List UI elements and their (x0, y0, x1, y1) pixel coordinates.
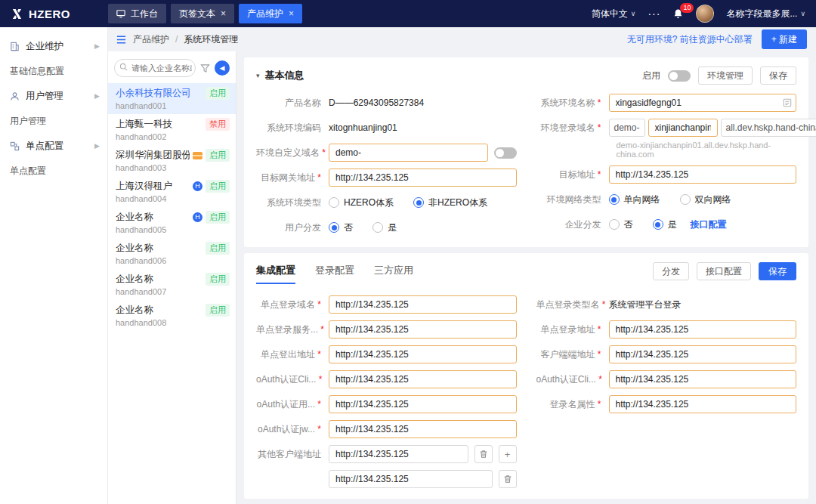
radio-two-way-network[interactable]: 双向网络 (680, 193, 731, 206)
radio-label: 是 (668, 218, 677, 231)
save-button[interactable]: 保存 (760, 66, 796, 85)
tab-third-party-apps[interactable]: 三方应用 (374, 264, 413, 284)
login-name-attr-input[interactable] (609, 395, 797, 413)
company-list-item[interactable]: 企业名称 启用 handhand007 (108, 269, 236, 300)
sidebar-group-label: 单点配置 (26, 140, 63, 153)
company-list-item[interactable]: 小余科技有限公司 启用 handhand001 (108, 83, 236, 114)
status-badge: 启用 (206, 149, 230, 162)
company-list-item[interactable]: 企业名称 启用 handhand006 (108, 238, 236, 269)
company-list-item[interactable]: 企业名称 H 启用 handhand005 (108, 207, 236, 238)
tab-product-label: 产品维护 (247, 8, 283, 20)
sidebar-item-basic-info[interactable]: 基础信息配置 (0, 59, 107, 83)
company-list-item[interactable]: 企业名称 启用 handhand008 (108, 300, 236, 331)
company-list-item[interactable]: 上海甄一科技 禁用 handhand002 (108, 114, 236, 145)
chevron-right-icon: ▶ (94, 92, 100, 100)
radio-non-hzero[interactable]: 非HZERO体系 (413, 196, 487, 209)
company-code: handhand001 (116, 101, 230, 110)
close-icon[interactable]: × (289, 8, 294, 19)
sso-address-input[interactable] (609, 320, 797, 339)
filter-icon[interactable] (200, 63, 210, 73)
company-list-item[interactable]: 深圳华润集团股份... 启用 handhand003 (108, 145, 236, 176)
enable-toggle[interactable] (668, 70, 691, 82)
company-code: handhand003 (116, 163, 230, 172)
user-menu[interactable]: 名称字段最多展... ∨ (726, 8, 805, 20)
add-row-button[interactable]: + (499, 445, 517, 463)
radio-icon (329, 197, 339, 208)
radio-one-way-network[interactable]: 单向网络 (609, 193, 660, 206)
new-button[interactable]: + 新建 (762, 29, 807, 49)
avatar[interactable] (696, 5, 714, 23)
oauth-user-input[interactable] (329, 395, 517, 413)
field-label: 单点登录服务... (256, 323, 329, 336)
field-label: 系统环境编码 (256, 122, 329, 135)
save-button[interactable]: 保存 (759, 262, 796, 280)
collapse-panel-button[interactable]: ◀ (215, 60, 230, 76)
gateway-input[interactable] (329, 169, 517, 187)
tab-integration-config[interactable]: 集成配置 (256, 264, 295, 284)
company-list-item[interactable]: 上海汉得租户 H 启用 handhand004 (108, 176, 236, 207)
field-label: 用户分发 (256, 221, 329, 234)
field-label: 单点登出地址 (256, 348, 329, 361)
sidebar-group-users[interactable]: 用户管理 ▶ (0, 83, 107, 109)
enable-label: 启用 (642, 70, 660, 82)
radio-icon (680, 194, 691, 205)
oauth-jwt-input[interactable] (329, 420, 517, 438)
collapse-caret-icon[interactable]: ▾ (256, 72, 260, 79)
field-label: oAuth认证用... (256, 398, 329, 411)
interface-config-button[interactable]: 接口配置 (697, 262, 751, 280)
client-address-input[interactable] (609, 345, 797, 363)
dispatch-button[interactable]: 分发 (653, 262, 689, 280)
chevron-down-icon: ∨ (631, 10, 636, 17)
sidebar-item-sso-config[interactable]: 单点配置 (0, 159, 107, 183)
other-client-input[interactable] (329, 470, 493, 488)
sso-service-input[interactable] (329, 320, 517, 339)
field-label: 单点登录地址 (536, 323, 609, 336)
breadcrumb-separator: / (175, 34, 178, 45)
sso-domain-input[interactable] (329, 295, 517, 314)
oauth-client-input-right[interactable] (609, 370, 797, 388)
tab-workbench[interactable]: 工作台 (108, 4, 166, 23)
notifications-button[interactable]: 10 (672, 8, 684, 20)
close-icon[interactable]: × (221, 8, 226, 19)
interface-config-link[interactable]: 接口配置 (691, 218, 727, 231)
sidebar-group-sso[interactable]: 单点配置 ▶ (0, 133, 107, 159)
radio-user-dispatch-no[interactable]: 否 (329, 221, 353, 234)
radio-ent-dispatch-no[interactable]: 否 (609, 218, 633, 231)
radio-label: 否 (344, 221, 353, 234)
radio-ent-dispatch-yes[interactable]: 是 (653, 218, 677, 231)
tab-page-text[interactable]: 页签文本 × (171, 4, 234, 23)
radio-icon (609, 219, 620, 230)
radio-label: 是 (388, 221, 397, 234)
app-logo[interactable]: HZERO (0, 8, 108, 20)
custom-domain-toggle[interactable] (494, 147, 517, 159)
more-menu-button[interactable]: ··· (648, 8, 660, 20)
radio-label: 否 (624, 218, 633, 231)
radio-label: HZERO体系 (344, 196, 394, 209)
sidebar-group-enterprise[interactable]: 企业维护 ▶ (0, 33, 107, 59)
target-address-input[interactable] (609, 165, 797, 184)
field-label: 单点登录类型名 (536, 298, 609, 311)
tab-product-maintenance[interactable]: 产品维护 × (239, 4, 302, 23)
env-manage-button[interactable]: 环境管理 (698, 66, 753, 85)
oauth-client-input[interactable] (329, 370, 517, 388)
delete-row-button[interactable] (499, 470, 517, 488)
env-name-input[interactable] (609, 94, 797, 112)
field-label: 系统环境类型 (256, 196, 329, 209)
login-domain-input[interactable] (648, 119, 718, 137)
language-switcher[interactable]: 简体中文 ∨ (592, 8, 636, 20)
deploy-resource-link[interactable]: 无可用环境? 前往资源中心部署 (627, 33, 753, 46)
radio-user-dispatch-yes[interactable]: 是 (372, 221, 397, 234)
sidebar-item-user-management[interactable]: 用户管理 (0, 109, 107, 133)
field-label: 企业分发 (536, 218, 609, 231)
status-badge: 启用 (206, 304, 230, 317)
custom-domain-input[interactable] (329, 144, 488, 162)
other-client-input[interactable] (329, 445, 468, 463)
radio-hzero[interactable]: HZERO体系 (329, 196, 394, 209)
delete-row-button[interactable] (474, 445, 493, 463)
tab-login-config[interactable]: 登录配置 (315, 264, 354, 284)
menu-fold-icon[interactable] (116, 34, 127, 45)
status-badge: 启用 (206, 273, 230, 286)
sso-logout-input[interactable] (329, 345, 517, 363)
breadcrumb-parent[interactable]: 产品维护 (133, 33, 169, 46)
multilang-icon[interactable] (783, 98, 792, 107)
